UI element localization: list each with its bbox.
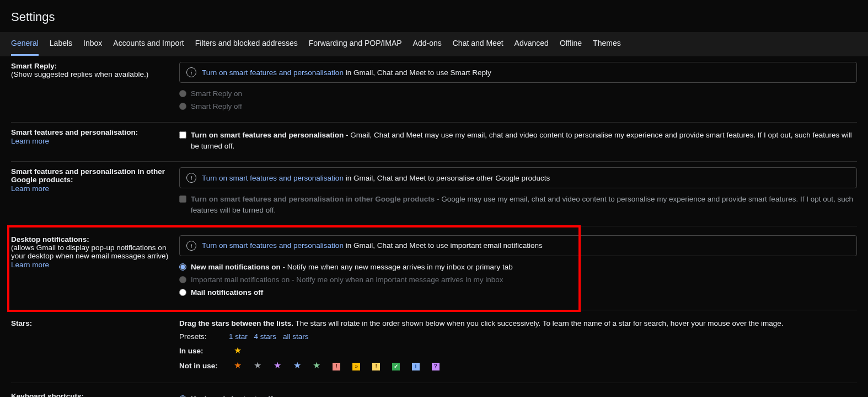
new-mail-on-label: New mail notifications on <box>191 263 281 271</box>
tab-themes[interactable]: Themes <box>593 32 621 56</box>
tab-accounts[interactable]: Accounts and Import <box>113 32 184 56</box>
tab-advanced[interactable]: Advanced <box>515 32 549 56</box>
kb-off-label: Keyboard shortcuts off <box>191 394 273 397</box>
preset-all-stars[interactable]: all stars <box>283 332 309 341</box>
green-check-icon[interactable]: ✓ <box>392 363 400 370</box>
settings-tabs: General Labels Inbox Accounts and Import… <box>0 32 868 56</box>
desktop-sub: (allows Gmail to display pop-up notifica… <box>11 244 174 260</box>
turn-on-link[interactable]: Turn on smart features and personalisati… <box>202 68 344 77</box>
turn-on-link[interactable]: Turn on smart features and personalisati… <box>202 241 344 250</box>
new-mail-on-row[interactable]: New mail notifications on - Notify me wh… <box>179 262 857 273</box>
smart-features-check-row[interactable]: Turn on smart features and personalisati… <box>179 130 857 152</box>
star-orange-icon[interactable]: ★ <box>233 360 242 370</box>
tab-addons[interactable]: Add-ons <box>413 32 442 56</box>
not-in-use-label: Not in use: <box>179 362 227 370</box>
learn-more-link[interactable]: Learn more <box>11 184 49 193</box>
mail-off-label: Mail notifications off <box>191 287 263 298</box>
star-yellow-icon[interactable]: ★ <box>233 345 242 356</box>
smart-other-banner: i Turn on smart features and personalisa… <box>179 167 857 188</box>
info-icon: i <box>186 67 196 77</box>
important-mail-label: Important mail notifications on <box>191 276 290 284</box>
stars-title: Stars: <box>11 319 174 327</box>
section-smart-reply: Smart Reply: (Show suggested replies whe… <box>11 56 857 123</box>
tab-labels[interactable]: Labels <box>50 32 72 56</box>
smart-other-checkbox <box>179 195 186 203</box>
yellow-bang-icon[interactable]: ! <box>372 363 380 370</box>
settings-header: Settings <box>0 0 868 32</box>
purple-question-icon[interactable]: ? <box>432 363 440 370</box>
important-mail-radio <box>179 276 186 283</box>
tab-inbox[interactable]: Inbox <box>83 32 102 56</box>
orange-arrows-icon[interactable]: » <box>352 363 360 370</box>
star-green-icon[interactable]: ★ <box>312 360 321 370</box>
star-blue-icon[interactable]: ★ <box>293 360 302 370</box>
important-mail-desc: - Notify me only when an important messa… <box>290 276 503 284</box>
smart-reply-off-label: Smart Reply off <box>191 101 242 112</box>
smart-other-title: Smart features and personalisation in ot… <box>11 167 174 184</box>
new-mail-on-desc: - Notify me when any new message arrives… <box>281 263 513 271</box>
smart-reply-off-radio <box>179 103 186 110</box>
desktop-title: Desktop notifications: <box>11 235 174 244</box>
tab-general[interactable]: General <box>11 32 39 56</box>
new-mail-on-radio[interactable] <box>179 263 186 271</box>
smart-reply-on-row: Smart Reply on <box>179 88 857 99</box>
red-bang-icon[interactable]: ! <box>333 363 340 370</box>
smart-features-checkbox[interactable] <box>179 131 186 139</box>
blue-info-icon[interactable]: i <box>412 363 420 370</box>
mail-off-row[interactable]: Mail notifications off <box>179 287 857 298</box>
tab-offline[interactable]: Offline <box>560 32 582 56</box>
presets-label: Presets: <box>179 332 227 341</box>
info-icon: i <box>186 173 196 183</box>
smart-other-check-row: Turn on smart features and personalisati… <box>179 194 857 216</box>
smart-reply-on-radio <box>179 90 186 97</box>
turn-on-link[interactable]: Turn on smart features and personalisati… <box>202 174 344 182</box>
important-mail-row: Important mail notifications on - Notify… <box>179 274 857 285</box>
info-icon: i <box>186 241 196 251</box>
tab-filters[interactable]: Filters and blocked addresses <box>195 32 298 56</box>
smart-reply-banner: i Turn on smart features and personalisa… <box>179 62 857 83</box>
kb-title: Keyboard shortcuts: <box>11 392 174 397</box>
tab-chat[interactable]: Chat and Meet <box>453 32 503 56</box>
banner-text: in Gmail, Chat and Meet to use important… <box>344 241 543 250</box>
stars-intro-bold: Drag the stars between the lists. <box>179 319 293 327</box>
preset-1-star[interactable]: 1 star <box>229 332 248 341</box>
desktop-banner: i Turn on smart features and personalisa… <box>179 235 857 256</box>
banner-text: in Gmail, Chat and Meet to use Smart Rep… <box>344 68 491 77</box>
section-smart-features: Smart features and personalisation: Lear… <box>11 123 857 162</box>
in-use-label: In use: <box>179 347 227 355</box>
section-desktop-notifications: Desktop notifications: (allows Gmail to … <box>11 226 857 311</box>
smart-other-check-label: Turn on smart features and personalisati… <box>191 195 441 203</box>
smart-reply-off-row: Smart Reply off <box>179 101 857 112</box>
banner-text: in Gmail, Chat and Meet to personalise o… <box>344 174 550 182</box>
stars-intro-rest: The stars will rotate in the order shown… <box>293 319 783 327</box>
mail-off-radio[interactable] <box>179 289 186 296</box>
smart-reply-on-label: Smart Reply on <box>191 88 242 99</box>
learn-more-link[interactable]: Learn more <box>11 261 49 269</box>
section-keyboard-shortcuts: Keyboard shortcuts: Learn more Keyboard … <box>11 383 857 397</box>
smart-features-check-label: Turn on smart features and personalisati… <box>191 131 350 139</box>
smart-reply-sub: (Show suggested replies when available.) <box>11 70 174 78</box>
settings-content: Smart Reply: (Show suggested replies whe… <box>0 56 868 397</box>
section-smart-other: Smart features and personalisation in ot… <box>11 162 857 226</box>
star-purple-icon[interactable]: ★ <box>273 360 282 370</box>
learn-more-link[interactable]: Learn more <box>11 137 49 145</box>
preset-4-stars[interactable]: 4 stars <box>254 332 277 341</box>
page-title: Settings <box>11 10 857 24</box>
section-stars: Stars: Drag the stars between the lists.… <box>11 310 857 383</box>
smart-features-title: Smart features and personalisation: <box>11 128 174 136</box>
star-grey-icon[interactable]: ★ <box>253 360 262 370</box>
kb-off-row[interactable]: Keyboard shortcuts off <box>179 394 857 397</box>
smart-reply-title: Smart Reply: <box>11 62 174 70</box>
tab-forwarding[interactable]: Forwarding and POP/IMAP <box>309 32 402 56</box>
